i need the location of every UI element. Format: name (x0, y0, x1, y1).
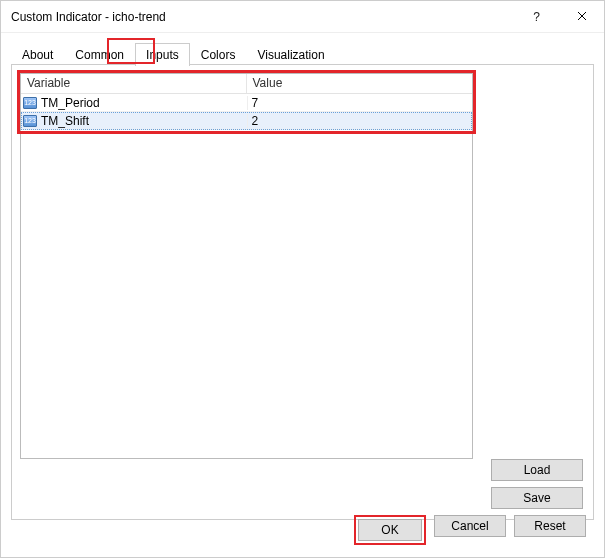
button-label: Save (523, 491, 550, 505)
highlight-annotation: OK (354, 515, 426, 545)
col-header-value[interactable]: Value (247, 74, 473, 93)
tab-strip: About Common Inputs Colors Visualization (11, 41, 594, 65)
tab-colors[interactable]: Colors (190, 43, 247, 65)
row-value: 2 (247, 114, 473, 128)
inputs-table: Variable Value 123 TM_Period 7 123 TM_Sh… (20, 73, 473, 459)
close-icon (577, 10, 587, 24)
reset-button[interactable]: Reset (514, 515, 586, 537)
footer-button-group: OK Cancel Reset (354, 515, 586, 545)
save-button[interactable]: Save (491, 487, 583, 509)
title-bar: Custom Indicator - icho-trend ? (1, 1, 604, 33)
tab-about[interactable]: About (11, 43, 64, 65)
row-icon-wrap: 123 (21, 97, 39, 109)
help-button[interactable]: ? (514, 1, 559, 33)
close-button[interactable] (559, 1, 604, 33)
row-icon-wrap: 123 (21, 115, 39, 127)
button-label: Reset (534, 519, 565, 533)
tab-visualization[interactable]: Visualization (246, 43, 335, 65)
button-label: Load (524, 463, 551, 477)
table-row[interactable]: 123 TM_Shift 2 (21, 112, 472, 130)
tab-common[interactable]: Common (64, 43, 135, 65)
tab-label: About (22, 48, 53, 62)
number-icon: 123 (23, 97, 37, 109)
table-header: Variable Value (21, 74, 472, 94)
row-variable: TM_Shift (39, 114, 247, 128)
tab-inputs[interactable]: Inputs (135, 43, 190, 66)
tab-label: Colors (201, 48, 236, 62)
number-icon: 123 (23, 115, 37, 127)
button-label: OK (381, 523, 398, 537)
load-button[interactable]: Load (491, 459, 583, 481)
row-variable: TM_Period (39, 96, 247, 110)
side-button-group: Load Save (491, 459, 583, 509)
window-title: Custom Indicator - icho-trend (11, 10, 514, 24)
ok-button[interactable]: OK (358, 519, 422, 541)
table-row[interactable]: 123 TM_Period 7 (21, 94, 472, 112)
button-label: Cancel (451, 519, 488, 533)
help-icon: ? (533, 10, 540, 24)
tab-label: Inputs (146, 48, 179, 62)
col-header-variable[interactable]: Variable (21, 74, 247, 93)
tab-panel: Variable Value 123 TM_Period 7 123 TM_Sh… (11, 64, 594, 520)
row-value: 7 (247, 96, 473, 110)
cancel-button[interactable]: Cancel (434, 515, 506, 537)
tab-label: Common (75, 48, 124, 62)
tab-label: Visualization (257, 48, 324, 62)
